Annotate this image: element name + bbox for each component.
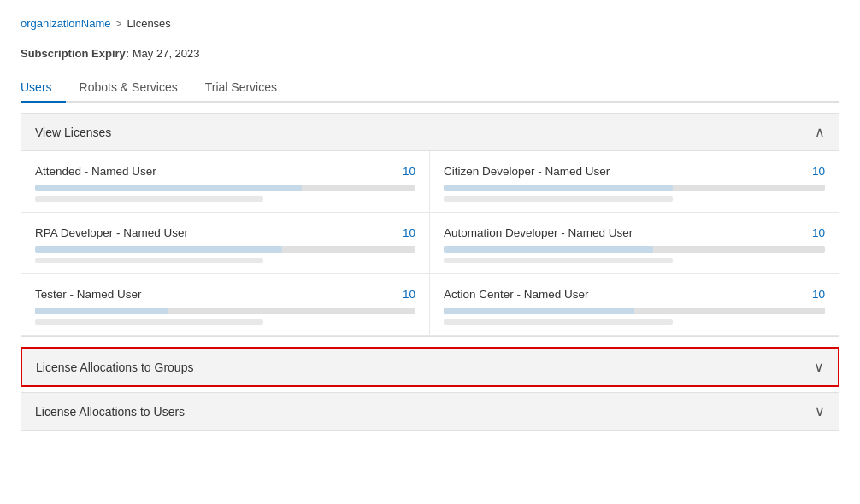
tab-robots-services[interactable]: Robots & Services: [66, 73, 191, 103]
license-item-name: Attended - Named User: [35, 165, 156, 178]
license-users-chevron: ∨: [815, 403, 825, 419]
progress-bar-container: [444, 308, 825, 314]
license-item: Action Center - Named User 10: [430, 274, 839, 336]
progress-sublabel: [444, 319, 673, 325]
breadcrumb-separator: >: [116, 18, 122, 30]
license-item: RPA Developer - Named User 10: [21, 213, 430, 274]
license-item-name: Automation Developer - Named User: [444, 226, 633, 239]
license-item: Citizen Developer - Named User 10: [430, 151, 839, 213]
progress-bar-fill: [35, 185, 302, 191]
license-users-title: License Allocations to Users: [35, 405, 185, 419]
license-users-header[interactable]: License Allocations to Users ∨: [21, 393, 839, 430]
license-groups-section-wrapper: License Allocations to Groups ∨: [21, 347, 839, 387]
progress-sublabel: [444, 196, 673, 202]
subscription-expiry: Subscription Expiry: May 27, 2023: [21, 47, 839, 60]
license-users-section: License Allocations to Users ∨: [21, 392, 839, 431]
license-item-count: 10: [812, 226, 825, 239]
progress-bar-container: [35, 308, 415, 314]
view-licenses-title: View Licenses: [35, 126, 111, 139]
breadcrumb-org-link[interactable]: organizationName: [21, 17, 111, 30]
progress-sublabel: [35, 196, 263, 202]
progress-bar-fill: [444, 308, 634, 314]
license-item: Tester - Named User 10: [21, 274, 430, 336]
breadcrumb: organizationName > Licenses: [21, 17, 839, 30]
view-licenses-header[interactable]: View Licenses ∧: [21, 113, 839, 151]
progress-sublabel: [35, 258, 263, 263]
license-groups-title: License Allocations to Groups: [36, 360, 193, 374]
license-item-name: Citizen Developer - Named User: [444, 165, 610, 178]
subscription-expiry-value: May 27, 2023: [133, 47, 200, 60]
license-item-count: 10: [812, 288, 825, 301]
tab-trial-services[interactable]: Trial Services: [191, 73, 291, 103]
progress-bar-container: [444, 185, 825, 191]
tabs: Users Robots & Services Trial Services: [21, 73, 839, 103]
progress-bar-fill: [35, 308, 168, 314]
progress-bar-fill: [444, 185, 673, 191]
progress-bar-fill: [35, 246, 282, 253]
progress-sublabel: [444, 258, 673, 263]
license-item-count: 10: [403, 288, 415, 301]
breadcrumb-current: Licenses: [127, 17, 171, 30]
license-groups-header[interactable]: License Allocations to Groups ∨: [22, 349, 838, 385]
license-item: Automation Developer - Named User 10: [430, 213, 839, 274]
license-item-count: 10: [812, 165, 825, 178]
progress-bar-container: [444, 246, 825, 253]
license-item-name: Action Center - Named User: [444, 288, 589, 301]
progress-bar-fill: [444, 246, 653, 253]
license-item-name: RPA Developer - Named User: [35, 226, 188, 239]
tab-users[interactable]: Users: [21, 73, 66, 103]
license-groups-chevron: ∨: [814, 359, 824, 375]
license-item-count: 10: [403, 226, 415, 239]
subscription-expiry-label: Subscription Expiry:: [21, 47, 129, 60]
license-item: Attended - Named User 10: [21, 151, 430, 213]
progress-bar-container: [35, 185, 415, 191]
progress-bar-container: [35, 246, 415, 253]
license-grid: Attended - Named User 10 Citizen Develop…: [21, 151, 839, 337]
license-item-name: Tester - Named User: [35, 288, 142, 301]
view-licenses-chevron: ∧: [815, 124, 825, 140]
license-item-count: 10: [403, 165, 415, 178]
progress-sublabel: [35, 319, 263, 325]
